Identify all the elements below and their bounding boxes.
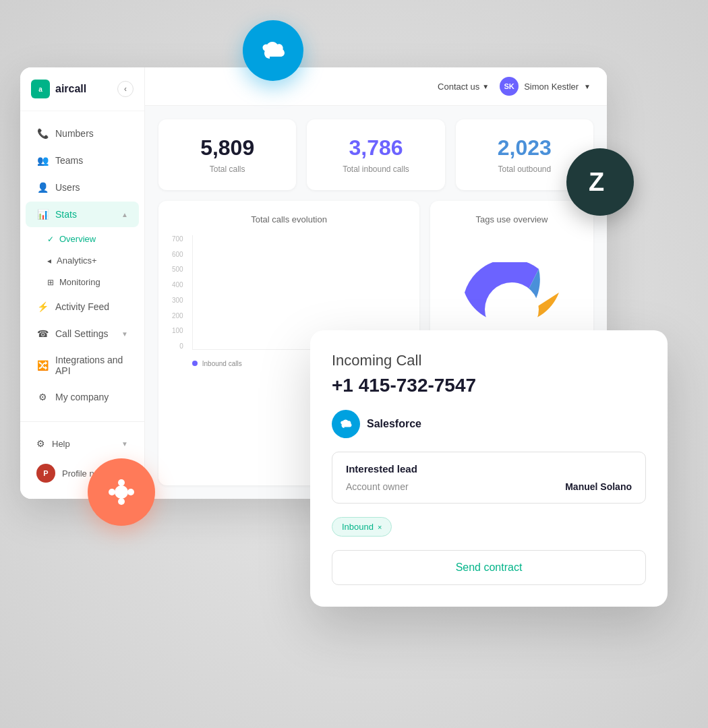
stats-chevron-icon: ▲: [121, 211, 128, 218]
tag-row: Inbound ×: [332, 517, 646, 537]
aircall-logo: a aircall: [31, 80, 86, 98]
sidebar-item-teams-label: Teams: [55, 155, 83, 166]
user-name: Simon Kestler: [524, 82, 579, 92]
call-settings-icon: ☎: [36, 328, 49, 340]
incoming-call-popup: Incoming Call +1 415-732-7547 Salesforce…: [310, 330, 668, 607]
donut-chart-svg: [458, 262, 566, 330]
user-chevron-icon: ▼: [584, 83, 591, 90]
subnav-monitoring[interactable]: ⊞ Monitoring: [36, 272, 139, 293]
legend-inbound: Inbound calls: [192, 360, 242, 367]
sidebar-item-call-settings[interactable]: ☎ Call Settings ▼: [26, 321, 139, 346]
aircall-logo-icon: a: [31, 80, 50, 98]
sidebar-item-stats-label: Stats: [55, 209, 77, 220]
contact-us-button[interactable]: Contact us ▼: [438, 82, 489, 92]
sidebar-item-stats[interactable]: 📊 Stats ▲: [26, 202, 139, 227]
stats-grid: 5,809 Total calls 3,786 Total inbound ca…: [145, 106, 607, 201]
stat-total-calls: 5,809 Total calls: [158, 119, 296, 190]
sidebar-call-settings-label: Call Settings: [55, 328, 109, 339]
stat-inbound-calls: 3,786 Total inbound calls: [307, 119, 444, 190]
sidebar-nav: 📞 Numbers 👥 Teams 👤 Users 📊 Stats ▲ ✓ O: [20, 111, 144, 421]
outbound-calls-label: Total outbound: [469, 164, 580, 174]
sidebar-item-users-label: Users: [55, 182, 80, 193]
back-button[interactable]: ‹: [117, 81, 134, 97]
call-title: Incoming Call: [332, 352, 646, 369]
stats-subnav: ✓ Overview ◂ Analytics+ ⊞ Monitoring: [20, 229, 144, 293]
sidebar-item-activity-feed[interactable]: ⚡ Activity Feed: [26, 294, 139, 320]
tag-close-icon[interactable]: ×: [378, 523, 382, 531]
overview-icon: ✓: [47, 235, 54, 244]
donut-chart-title: Tags use overview: [444, 214, 580, 224]
user-badge[interactable]: SK Simon Kestler ▼: [500, 77, 591, 96]
contact-us-label: Contact us: [438, 82, 479, 92]
sidebar-activity-label: Activity Feed: [55, 301, 109, 312]
phone-icon: 📞: [36, 127, 49, 140]
hubspot-float-logo: [88, 458, 155, 526]
teams-icon: 👥: [36, 154, 49, 166]
y-axis: 700 600 500 400 300 200 100 0: [172, 235, 189, 350]
inbound-calls-value: 3,786: [320, 135, 431, 160]
user-initials: SK: [500, 77, 519, 96]
sidebar-item-users[interactable]: 👤 Users: [26, 175, 139, 200]
activity-icon: ⚡: [36, 301, 49, 313]
subnav-analytics-label: Analytics+: [57, 255, 97, 266]
top-bar: Contact us ▼ SK Simon Kestler ▼: [145, 67, 607, 106]
analytics-icon: ◂: [47, 256, 51, 266]
sidebar-header: a aircall ‹: [20, 67, 144, 111]
outbound-calls-value: 2,023: [469, 135, 580, 160]
sidebar-item-teams[interactable]: 👥 Teams: [26, 148, 139, 173]
sidebar-integrations-label: Integrations and API: [55, 355, 128, 376]
monitoring-icon: ⊞: [47, 278, 54, 287]
lead-type: Interested lead: [346, 463, 632, 475]
inbound-tag-label: Inbound: [342, 522, 374, 532]
total-calls-value: 5,809: [172, 135, 283, 160]
contact-chevron-icon: ▼: [482, 83, 489, 90]
help-chevron-icon: ▼: [121, 440, 128, 448]
salesforce-badge-icon: [332, 410, 360, 438]
sidebar-item-integrations[interactable]: 🔀 Integrations and API: [26, 348, 139, 383]
subnav-overview-label: Overview: [59, 234, 96, 244]
send-contract-button[interactable]: Send contract: [332, 550, 646, 585]
users-icon: 👤: [36, 181, 49, 193]
hubspot-icon: [102, 473, 141, 512]
sf-cloud-icon: [337, 415, 355, 433]
bar-chart-title: Total calls evolution: [172, 214, 406, 224]
lead-owner-row: Account owner Manuel Solano: [346, 481, 632, 492]
salesforce-cloud-icon: [256, 33, 291, 68]
footer-help-label: Help: [52, 439, 70, 449]
sidebar-item-numbers[interactable]: 📞 Numbers: [26, 121, 139, 146]
inbound-tag: Inbound ×: [332, 517, 392, 537]
logo-text: aircall: [55, 83, 86, 95]
inbound-calls-label: Total inbound calls: [320, 164, 431, 174]
zendesk-icon: Z: [581, 162, 620, 202]
sidebar-item-my-company[interactable]: ⚙ My company: [26, 384, 139, 410]
lead-owner-value: Manuel Solano: [565, 481, 632, 492]
chart-legend: Inbound calls: [192, 360, 242, 367]
sidebar-item-numbers-label: Numbers: [55, 128, 94, 139]
call-settings-chevron-icon: ▼: [121, 330, 128, 338]
sidebar: a aircall ‹ 📞 Numbers 👥 Teams 👤 Users 📊 …: [20, 67, 145, 499]
svg-text:Z: Z: [589, 168, 604, 196]
avatar: P: [36, 464, 55, 483]
salesforce-badge: Salesforce: [332, 410, 646, 438]
sidebar-company-label: My company: [55, 392, 109, 402]
stats-icon: 📊: [36, 208, 49, 220]
subnav-analytics[interactable]: ◂ Analytics+: [36, 250, 139, 271]
footer-help[interactable]: ⚙ Help ▼: [26, 431, 139, 456]
total-calls-label: Total calls: [172, 164, 283, 174]
subnav-monitoring-label: Monitoring: [59, 277, 100, 287]
help-icon: ⚙: [36, 438, 45, 449]
zendesk-float-logo: Z: [566, 148, 634, 216]
inbound-legend-dot: [192, 361, 198, 366]
salesforce-name: Salesforce: [367, 418, 421, 430]
integrations-icon: 🔀: [36, 359, 49, 371]
subnav-overview[interactable]: ✓ Overview: [36, 229, 139, 249]
company-icon: ⚙: [36, 391, 49, 403]
lead-owner-key: Account owner: [346, 481, 409, 492]
call-phone-number: +1 415-732-7547: [332, 375, 646, 396]
salesforce-float-logo: [243, 20, 303, 81]
lead-card: Interested lead Account owner Manuel Sol…: [332, 452, 646, 504]
